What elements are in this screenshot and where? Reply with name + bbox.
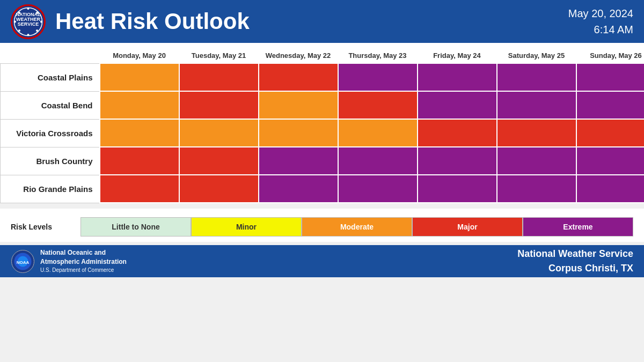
risk-cell: [179, 119, 259, 147]
table-row: Coastal Bend: [1, 91, 645, 119]
risk-cell: [259, 147, 338, 175]
legend-minor: Minor: [191, 217, 302, 237]
risk-cell: [338, 91, 418, 119]
risk-cell: [179, 63, 259, 91]
risk-cell: [338, 63, 418, 91]
footer-office-line2: Corpus Christi, TX: [517, 261, 633, 276]
footer-office-line1: National Weather Service: [517, 247, 633, 261]
risk-cell: [576, 119, 645, 147]
nws-logo: NATIONAL WEATHER SERVICE: [11, 4, 46, 39]
svg-point-7: [14, 20, 16, 23]
risk-cell: [418, 175, 497, 203]
table-header-row: Monday, May 20 Tuesday, May 21 Wednesday…: [1, 48, 645, 63]
footer-agency-line2: Atmospheric Administration: [40, 257, 127, 267]
day-header-mon: Monday, May 20: [100, 48, 179, 63]
region-label-brush-country: Brush Country: [1, 147, 100, 175]
risk-cell: [259, 175, 338, 203]
risk-cell: [179, 91, 259, 119]
main-content: Monday, May 20 Tuesday, May 21 Wednesday…: [0, 43, 644, 203]
region-label-victoria: Victoria Crossroads: [1, 119, 100, 147]
risk-cell: [100, 63, 179, 91]
svg-point-5: [27, 8, 30, 10]
svg-point-11: [18, 29, 20, 32]
footer-agency-line3: U.S. Department of Commerce: [40, 267, 127, 274]
risk-cell: [179, 175, 259, 203]
risk-cell: [100, 91, 179, 119]
risk-cell: [576, 147, 645, 175]
risk-cell: [259, 119, 338, 147]
risk-cell: [338, 119, 418, 147]
legend-moderate: Moderate: [302, 217, 412, 237]
table-row: Coastal Plains: [1, 63, 645, 91]
day-header-sat: Saturday, May 25: [497, 48, 576, 63]
risk-cell: [100, 147, 179, 175]
footer-agency-line1: National Oceanic and: [40, 248, 127, 257]
risk-cell: [338, 147, 418, 175]
risk-cell: [259, 63, 338, 91]
empty-header: [1, 48, 100, 63]
risk-cell: [100, 119, 179, 147]
page-footer: NOAA National Oceanic and Atmospheric Ad…: [0, 245, 644, 277]
risk-cell: [576, 63, 645, 91]
table-row: Victoria Crossroads: [1, 119, 645, 147]
day-header-fri: Friday, May 24: [418, 48, 497, 63]
page-header: NATIONAL WEATHER SERVICE Heat Risk Outlo…: [0, 0, 644, 43]
svg-point-8: [40, 20, 42, 23]
risk-cell: [179, 147, 259, 175]
risk-cell: [576, 91, 645, 119]
risk-cell: [100, 175, 179, 203]
legend-row: Risk Levels Little to None Minor Moderat…: [11, 217, 633, 237]
risk-cell: [418, 147, 497, 175]
risk-cell: [418, 63, 497, 91]
table-row: Brush Country: [1, 147, 645, 175]
legend-major: Major: [412, 217, 523, 237]
page-title: Heat Risk Outlook: [55, 9, 568, 34]
day-header-wed: Wednesday, May 22: [259, 48, 338, 63]
svg-text:NOAA: NOAA: [17, 260, 30, 265]
risk-cell: [418, 119, 497, 147]
table-row: Rio Grande Plains: [1, 175, 645, 203]
noaa-logo: NOAA: [11, 249, 35, 274]
risk-cell: [497, 63, 576, 91]
footer-office-text: National Weather Service Corpus Christi,…: [517, 247, 633, 276]
risk-cell: [497, 91, 576, 119]
day-header-thu: Thursday, May 23: [338, 48, 418, 63]
region-label-rio-grande: Rio Grande Plains: [1, 175, 100, 203]
risk-cell: [497, 119, 576, 147]
svg-point-10: [36, 12, 38, 14]
footer-logo-area: NOAA National Oceanic and Atmospheric Ad…: [11, 248, 517, 274]
risk-table: Monday, May 20 Tuesday, May 21 Wednesday…: [0, 48, 644, 203]
legend-extreme: Extreme: [523, 217, 633, 237]
region-label-coastal-plains: Coastal Plains: [1, 63, 100, 91]
risk-cell: [497, 147, 576, 175]
legend-section: Risk Levels Little to None Minor Moderat…: [0, 209, 644, 242]
legend-none: Little to None: [80, 217, 191, 237]
svg-text:SERVICE: SERVICE: [18, 21, 39, 27]
risk-cell: [576, 175, 645, 203]
risk-cell: [497, 175, 576, 203]
header-date: May 20, 2024: [568, 5, 633, 21]
svg-point-9: [18, 12, 20, 14]
risk-cell: [338, 175, 418, 203]
header-datetime: May 20, 2024 6:14 AM: [568, 5, 633, 38]
day-header-sun: Sunday, May 26: [576, 48, 645, 63]
header-time: 6:14 AM: [568, 21, 633, 38]
footer-agency-text: National Oceanic and Atmospheric Adminis…: [40, 248, 127, 274]
risk-cell: [259, 91, 338, 119]
region-label-coastal-bend: Coastal Bend: [1, 91, 100, 119]
legend-title: Risk Levels: [11, 223, 80, 231]
svg-point-12: [36, 29, 38, 32]
svg-point-6: [27, 34, 30, 36]
day-header-tue: Tuesday, May 21: [179, 48, 259, 63]
risk-cell: [418, 91, 497, 119]
